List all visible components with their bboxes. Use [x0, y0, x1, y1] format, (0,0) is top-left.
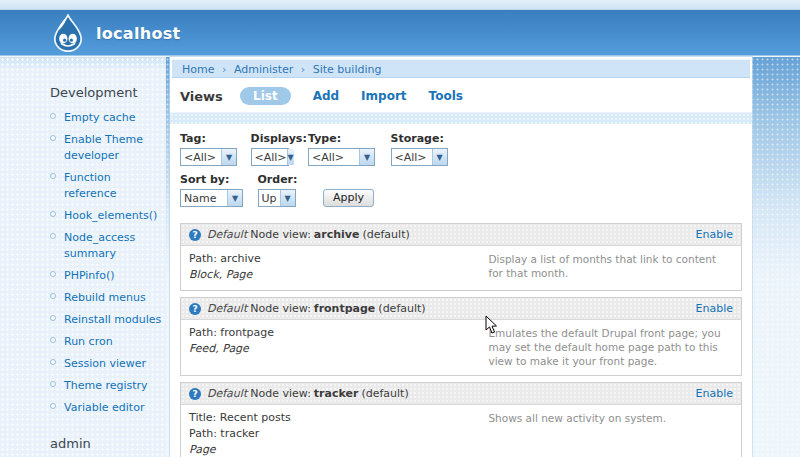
- displays-filter-label: Displays:: [251, 132, 297, 145]
- order-select[interactable]: Up ▼: [258, 189, 296, 207]
- tag-select[interactable]: <All> ▼: [180, 148, 237, 166]
- dropdown-arrow-icon: ▼: [221, 149, 236, 165]
- view-description: Emulates the default Drupal front page; …: [488, 325, 733, 368]
- sidebar-item-theme-registry[interactable]: Theme registry: [50, 378, 164, 394]
- sidebar-item-label[interactable]: Reinstall modules: [64, 313, 161, 326]
- view-suffix: (default): [362, 228, 409, 241]
- enable-link[interactable]: Enable: [696, 387, 733, 400]
- displays-select[interactable]: <All> ▼: [251, 148, 289, 166]
- view-path: Path: tracker: [189, 426, 488, 442]
- sidebar-item-label[interactable]: Theme registry: [64, 379, 148, 392]
- breadcrumb-administer[interactable]: Administer: [234, 63, 293, 76]
- view-row-frontpage: ? Default Node view: frontpage (default)…: [180, 297, 742, 376]
- view-name: archive: [314, 228, 360, 241]
- circle-bullet-icon: [50, 135, 56, 141]
- sidebar-item-hook-elements[interactable]: Hook_elements(): [50, 208, 164, 224]
- sidebar-item-label[interactable]: Function reference: [64, 171, 117, 200]
- views-list: ? Default Node view: archive (default) E…: [180, 223, 742, 457]
- circle-bullet-icon: [50, 337, 56, 343]
- sidebar-item-enable-theme-developer[interactable]: Enable Theme developer: [50, 132, 164, 164]
- sidebar-item-label[interactable]: Run cron: [64, 335, 113, 348]
- circle-bullet-icon: [50, 211, 56, 217]
- type-select[interactable]: <All> ▼: [308, 148, 375, 166]
- circle-bullet-icon: [50, 271, 56, 277]
- view-displays: Feed, Page: [189, 341, 488, 357]
- sidebar-item-phpinfo[interactable]: PHPinfo(): [50, 268, 164, 284]
- tab-import[interactable]: Import: [361, 89, 406, 103]
- view-description: Display a list of months that link to co…: [488, 251, 733, 283]
- apply-button[interactable]: Apply: [323, 189, 374, 207]
- sidebar-item-function-reference[interactable]: Function reference: [50, 170, 164, 202]
- circle-bullet-icon: [50, 381, 56, 387]
- help-icon[interactable]: ?: [189, 229, 201, 241]
- view-row-archive: ? Default Node view: archive (default) E…: [180, 223, 742, 291]
- storage-filter-label: Storage:: [391, 132, 448, 145]
- sidebar-item-label[interactable]: Variable editor: [64, 401, 144, 414]
- circle-bullet-icon: [50, 233, 56, 239]
- sidebar-item-rebuild-menus[interactable]: Rebuild menus: [50, 290, 164, 306]
- sidebar-menu-development: Empty cache Enable Theme developer Funct…: [50, 110, 166, 416]
- view-row-header: ? Default Node view: frontpage (default)…: [181, 298, 741, 320]
- view-displays: Page: [189, 442, 488, 457]
- view-kind-label: Node view:: [250, 228, 311, 241]
- view-default-label: Default: [207, 228, 247, 241]
- site-name-link[interactable]: localhost: [96, 24, 181, 43]
- tab-tools[interactable]: Tools: [429, 89, 463, 103]
- dropdown-arrow-icon: ▼: [227, 190, 242, 206]
- view-suffix: (default): [378, 302, 425, 315]
- view-default-label: Default: [207, 302, 247, 315]
- sidebar-item-label[interactable]: Node_access summary: [64, 231, 135, 260]
- sidebar-item-label[interactable]: PHPinfo(): [64, 269, 115, 282]
- dropdown-arrow-icon: ▼: [287, 149, 294, 165]
- view-name: tracker: [314, 387, 359, 400]
- circle-bullet-icon: [50, 403, 56, 409]
- sidebar-item-label[interactable]: Hook_elements(): [64, 209, 157, 222]
- view-row-tracker: ? Default Node view: tracker (default) E…: [180, 382, 742, 457]
- view-details: Title: Recent posts Path: tracker Page: [189, 410, 488, 457]
- sidebar-item-node-access-summary[interactable]: Node_access summary: [50, 230, 164, 262]
- circle-bullet-icon: [50, 113, 56, 119]
- circle-bullet-icon: [50, 315, 56, 321]
- tag-select-value: <All>: [184, 151, 216, 164]
- sidebar-item-empty-cache[interactable]: Empty cache: [50, 110, 164, 126]
- sidebar-item-variable-editor[interactable]: Variable editor: [50, 400, 164, 416]
- dropdown-arrow-icon: ▼: [359, 149, 374, 165]
- view-kind-label: Node view:: [250, 302, 311, 315]
- dropdown-arrow-icon: ▼: [280, 190, 295, 206]
- view-kind-label: Node view:: [250, 387, 311, 400]
- sidebar-item-label[interactable]: Enable Theme developer: [64, 133, 143, 162]
- tab-list[interactable]: List: [240, 87, 291, 105]
- circle-bullet-icon: [50, 293, 56, 299]
- sidebar-item-reinstall-modules[interactable]: Reinstall modules: [50, 312, 164, 328]
- sidebar-item-label[interactable]: Rebuild menus: [64, 291, 146, 304]
- view-row-header: ? Default Node view: archive (default) E…: [181, 224, 741, 246]
- view-row-header: ? Default Node view: tracker (default) E…: [181, 383, 741, 405]
- sidebar-item-label[interactable]: Empty cache: [64, 111, 136, 124]
- tab-add[interactable]: Add: [313, 89, 339, 103]
- help-icon[interactable]: ?: [189, 303, 201, 315]
- enable-link[interactable]: Enable: [696, 302, 733, 315]
- view-suffix: (default): [361, 387, 408, 400]
- view-displays: Block, Page: [189, 267, 488, 283]
- enable-link[interactable]: Enable: [696, 228, 733, 241]
- storage-select-value: <All>: [395, 151, 427, 164]
- sidebar-item-session-viewer[interactable]: Session viewer: [50, 356, 164, 372]
- order-label: Order:: [258, 173, 296, 186]
- sidebar-item-run-cron[interactable]: Run cron: [50, 334, 164, 350]
- breadcrumb-site-building[interactable]: Site building: [313, 63, 382, 76]
- storage-select[interactable]: <All> ▼: [391, 148, 448, 166]
- sidebar: Development Empty cache Enable Theme dev…: [0, 57, 166, 457]
- sidebar-item-label[interactable]: Session viewer: [64, 357, 146, 370]
- header-divider-strip: [170, 112, 752, 124]
- displays-select-value: <All>: [255, 151, 287, 164]
- view-details: Path: frontpage Feed, Page: [189, 325, 488, 368]
- help-icon[interactable]: ?: [189, 388, 201, 400]
- view-default-label: Default: [207, 387, 247, 400]
- sort-by-select[interactable]: Name ▼: [180, 189, 243, 207]
- sort-by-label: Sort by:: [180, 173, 243, 186]
- type-select-value: <All>: [312, 151, 344, 164]
- breadcrumb-separator: ›: [222, 63, 226, 76]
- breadcrumb-home[interactable]: Home: [182, 63, 214, 76]
- view-description: Shows all new activity on system.: [488, 410, 733, 457]
- top-strip: [0, 0, 800, 10]
